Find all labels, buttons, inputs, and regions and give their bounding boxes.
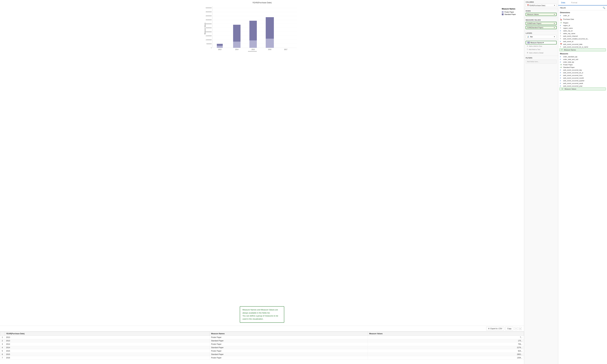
add-text-row[interactable]: T Add field to Text <box>526 48 557 51</box>
svg-rect-38 <box>527 42 528 43</box>
measures-group-title: Measures <box>558 52 607 55</box>
field-sales-rep-id[interactable]: # sales_rep_id <box>558 29 607 32</box>
field-measure-values[interactable]: =# Measure Values <box>559 88 606 91</box>
table-row: 4 2014 Standard Paper 2276... <box>0 346 524 349</box>
field-web-occurred-day[interactable]: # web_event_occurred_day <box>558 69 607 71</box>
export-icon: ⬇ <box>488 328 490 330</box>
table-row: 2 2013 Standard Paper 175... <box>0 339 524 342</box>
sum-poster-pill[interactable]: SUM(Poster Paper) ▼ <box>526 22 557 25</box>
add-size-row[interactable]: ⊙ Add a field to Size <box>526 44 557 48</box>
copy-button[interactable]: Copy <box>505 327 513 331</box>
tooltip-text: Measure Names and Measure Values are alw… <box>242 309 278 320</box>
text-icon: T <box>560 27 562 29</box>
field-standard-paper[interactable]: =# Standard Paper <box>558 66 607 69</box>
columns-section: Columns 📅 YEAR(Purchase Date) ▼ <box>524 0 558 9</box>
field-order-standard-qty[interactable]: # order_standard_qty <box>558 55 607 58</box>
field-web-event-id[interactable]: # web_event_id <box>558 40 607 43</box>
svg-rect-28 <box>233 25 241 42</box>
hash-icon: # <box>560 72 562 74</box>
field-web-occurred-week[interactable]: # web_event_occurred_week <box>558 82 607 85</box>
field-measure-names[interactable]: =T Measure Names <box>559 48 606 51</box>
table-row: 3 2014 Poster Paper 756... <box>0 342 524 346</box>
tab-format[interactable]: Format <box>568 0 580 5</box>
text-icon: T <box>560 33 562 34</box>
calendar-icon: 📅 <box>560 43 562 45</box>
export-csv-button[interactable]: ⬇ Export to .CSV <box>486 327 504 331</box>
detail-icon: ⚙ <box>527 52 528 54</box>
field-region-id[interactable]: # region_id <box>558 24 607 27</box>
tab-data[interactable]: Data <box>558 0 568 5</box>
field-sales-rep-name[interactable]: T sales_rep_name <box>558 32 607 35</box>
dropdown-arrow-icon: ▼ <box>542 42 544 43</box>
legend-item-standard: Standard Paper <box>502 13 521 15</box>
hash-icon: # <box>560 75 562 76</box>
svg-rect-37 <box>248 51 257 52</box>
tooltip-box: Measure Names and Measure Values are alw… <box>240 306 284 323</box>
svg-rect-34 <box>266 17 274 39</box>
field-web-event-created[interactable]: T web_event_created_occurred_na... <box>558 38 607 40</box>
text-eq-icon: =T <box>561 49 563 51</box>
hash-icon: # <box>560 82 562 84</box>
field-web-occurred-month[interactable]: # web_event_occurred_month <box>558 77 607 79</box>
hash-icon: # <box>560 58 562 60</box>
svg-text:2017: 2017 <box>284 49 288 50</box>
maximize-button[interactable]: □ <box>519 327 522 330</box>
calendar-icon: 📅 <box>527 4 529 6</box>
svg-text:35000000: 35000000 <box>206 19 212 21</box>
field-order-total-amt[interactable]: # order_total_amt_usd <box>558 58 607 61</box>
field-region-name[interactable]: T region_name <box>558 27 607 29</box>
field-web-occurred-quarter[interactable]: # web_event_occurred_quarter <box>558 79 607 82</box>
field-order-id[interactable]: # order_id <box>558 14 607 17</box>
layer-type-select[interactable]: 📊 Bar ▼ <box>526 35 557 38</box>
eq-hash-icon: =# <box>560 66 562 68</box>
svg-text:2014: 2014 <box>235 49 239 50</box>
field-web-occurred-year[interactable]: # web_event_occurred_year <box>558 85 607 87</box>
svg-rect-33 <box>266 39 274 48</box>
svg-text:10000000: 10000000 <box>206 39 212 40</box>
svg-text:45000000: 45000000 <box>206 11 212 13</box>
field-purchase-date[interactable]: =📅 Purchase Date <box>558 17 607 22</box>
col-header-measure-values: Measure Values <box>368 332 524 336</box>
measure-names-pill[interactable]: Measure Names ▼ <box>526 41 557 44</box>
field-web-event-occurred-date[interactable]: 📅 web_event_occurred_date <box>558 43 607 46</box>
field-web-occurred-hour[interactable]: # web_event_occurred_hour <box>558 74 607 77</box>
dimensions-group-title: Dimensions <box>558 10 607 14</box>
hash-icon: # <box>560 80 562 82</box>
svg-rect-31 <box>249 21 257 40</box>
field-web-event-channel[interactable]: T web_event_channel <box>558 35 607 38</box>
chart-title: YEAR(Purchase Date) <box>3 1 521 4</box>
dropdown-arrow-icon: ▼ <box>554 14 555 15</box>
table-row: 1 2013 Poster Paper 7... <box>0 336 524 339</box>
svg-text:30000000: 30000000 <box>206 23 212 25</box>
add-detail-row[interactable]: ⚙ Add a field to Detail <box>526 51 557 54</box>
field-web-occurred-dow[interactable]: # web_event_occurred_do_w <box>558 71 607 74</box>
bar-chart: Measure Values 0 5000000 10000000 150000… <box>3 5 500 52</box>
svg-rect-39 <box>528 42 529 43</box>
dropdown-arrow-icon: ▼ <box>554 23 555 24</box>
svg-text:15000000: 15000000 <box>206 35 212 37</box>
text-icon: T <box>527 49 528 50</box>
search-icon[interactable]: 🔍 <box>603 7 605 9</box>
layers-section: Layers 📊 Bar ▼ <box>524 31 558 40</box>
svg-text:40000000: 40000000 <box>206 15 212 17</box>
svg-rect-27 <box>233 42 241 48</box>
field-region[interactable]: =T Region <box>558 22 607 24</box>
minimize-button[interactable]: ─ <box>514 327 517 330</box>
color-icon <box>527 42 529 43</box>
dropdown-arrow-icon: ▼ <box>554 5 555 6</box>
hash-icon: # <box>560 85 562 87</box>
text-eq-icon: =T <box>560 22 562 24</box>
field-poster-paper[interactable]: =# Poster Paper <box>558 63 607 66</box>
field-order-total-qty[interactable]: # order_total_qty <box>558 61 607 63</box>
columns-field-pill[interactable]: 📅 YEAR(Purchase Date) ▼ <box>526 4 557 7</box>
field-web-event-do-w-name[interactable]: T web_event_occurred_do_w_name <box>558 46 607 48</box>
rows-field-pill[interactable]: Measure Values ▼ <box>526 13 557 16</box>
table-row: 7 2016 Poster Paper 1304... <box>0 356 524 360</box>
filter-drop-zone[interactable]: Add fields here... <box>526 60 557 64</box>
rows-label: Rows <box>526 10 557 12</box>
calendar-icon: =📅 <box>560 17 562 21</box>
svg-text:2015: 2015 <box>251 49 255 50</box>
hash-icon: # <box>560 69 562 71</box>
sum-standard-pill[interactable]: SUM(Standard Paper) ▼ <box>526 26 557 29</box>
svg-rect-30 <box>249 40 257 48</box>
